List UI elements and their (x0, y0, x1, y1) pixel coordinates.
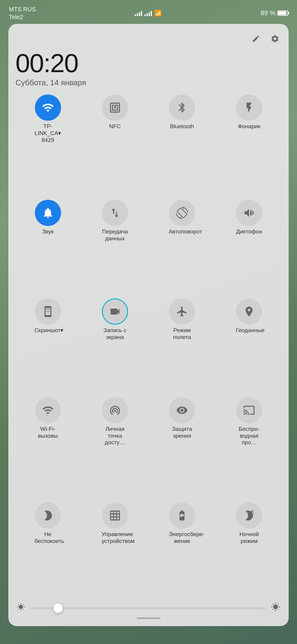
screenrecord-icon (109, 306, 121, 318)
toggle-sound[interactable]: Звук (15, 200, 80, 295)
status-bar: MTS RUS Tele2 📶 89 % (0, 0, 297, 24)
recorder-label: Диктофон (236, 228, 262, 235)
brightness-max-icon (271, 602, 280, 614)
wificalls-icon: 2 (42, 404, 54, 416)
nightmode-toggle-circle[interactable] (236, 502, 262, 529)
geodata-toggle-circle[interactable] (236, 298, 262, 325)
battery-container: 89 % (261, 9, 288, 17)
wificalls-toggle-circle[interactable]: 2 (35, 397, 61, 423)
toggle-nightmode[interactable]: Ночнойрежим (217, 502, 282, 597)
recorder-icon (243, 207, 255, 219)
carrier-info: MTS RUS Tele2 (9, 5, 36, 21)
batterysaver-label: Энергосбере-жение (169, 531, 195, 545)
svg-rect-0 (251, 210, 251, 216)
edit-button[interactable] (249, 32, 262, 45)
recorder-toggle-circle[interactable] (236, 200, 262, 226)
bluetooth-label: Bluetooth (170, 123, 194, 130)
brightness-thumb[interactable] (53, 603, 63, 613)
svg-point-5 (253, 513, 254, 513)
nfc-toggle-circle[interactable] (102, 95, 128, 121)
batterysaver-icon (176, 510, 188, 521)
brightness-slider[interactable] (30, 607, 266, 609)
nightmode-label: Ночнойрежим (240, 531, 259, 545)
nfc-icon (109, 102, 121, 114)
wifi-icon: 📶 (154, 10, 162, 17)
devicemanage-label: Управлениеустройством (102, 531, 128, 545)
toggle-screenshot[interactable]: Скриншот▾ (15, 298, 80, 394)
screenrecord-toggle-circle[interactable] (102, 298, 128, 325)
bluetooth-toggle-circle[interactable] (169, 95, 195, 121)
battery-fill (278, 11, 286, 15)
signal-icons: 📶 (135, 10, 162, 17)
toggle-airplane[interactable]: Режимполета (150, 298, 214, 394)
sun-small-icon (17, 603, 25, 611)
dnd-toggle-circle[interactable] (35, 502, 61, 529)
settings-button[interactable] (268, 32, 282, 45)
flashlight-toggle-circle[interactable] (236, 95, 262, 121)
wireless-label: Беспро-водная про… (236, 426, 262, 446)
toggle-wireless[interactable]: Беспро-водная про… (217, 397, 282, 499)
autorotate-label: Автоповорот (169, 228, 195, 235)
toggle-flashlight[interactable]: Фонарик (217, 95, 282, 196)
clock-time: 00:20 (15, 50, 282, 76)
battery-icon (277, 10, 288, 16)
airplane-label: Режимполета (173, 327, 191, 341)
datatransfer-toggle-circle[interactable] (102, 200, 128, 226)
toggle-wifi[interactable]: TP-LINK_CA▾8429 (15, 95, 80, 196)
autorotate-toggle-circle[interactable] (169, 200, 195, 226)
flashlight-label: Фонарик (238, 123, 261, 130)
screenshot-label: Скриншот▾ (35, 327, 61, 334)
svg-rect-2 (253, 211, 254, 214)
sound-toggle-circle[interactable] (35, 200, 61, 226)
clock-section: 00:20 Суббота, 14 января (15, 50, 282, 87)
settings-icon (270, 34, 279, 43)
wifi-toggle-circle[interactable] (35, 95, 61, 121)
moon-icon (42, 510, 54, 521)
screenshot-icon (42, 306, 54, 318)
devicemanage-toggle-circle[interactable] (102, 502, 128, 529)
batterysaver-toggle-circle[interactable] (169, 502, 195, 529)
bell-icon (42, 207, 54, 219)
svg-point-6 (253, 510, 254, 511)
airplane-icon (176, 306, 188, 318)
signal-bar-1 (135, 10, 142, 16)
airplane-toggle-circle[interactable] (169, 298, 195, 325)
control-panel: 00:20 Суббота, 14 января TP-LINK_CA▾8429… (8, 24, 289, 626)
brightness-min-icon (17, 603, 25, 613)
svg-point-4 (251, 511, 253, 512)
autorotate-icon (176, 207, 188, 219)
toggle-nfc[interactable]: NFC (83, 95, 147, 196)
toggle-autorotate[interactable]: Автоповорот (150, 200, 214, 295)
battery-percent: 89 % (261, 9, 276, 17)
carrier1: MTS RUS (9, 5, 36, 13)
svg-rect-1 (252, 211, 253, 215)
toggle-wificalls[interactable]: 2 Wi-Fi-вызовы (15, 397, 80, 499)
toggle-devicemanage[interactable]: Управлениеустройством (83, 502, 147, 597)
wificalls-label: Wi-Fi-вызовы (35, 426, 61, 439)
wireless-toggle-circle[interactable] (236, 397, 262, 423)
toggle-donotdisturb[interactable]: Небеспокоить (15, 502, 80, 597)
toggle-batterysaver[interactable]: Энергосбере-жение (150, 502, 214, 597)
sun-large-icon (271, 602, 280, 612)
toggle-eyeprotect[interactable]: Защитазрения (150, 397, 214, 499)
nfc-label: NFC (109, 123, 121, 130)
devicemanage-icon (109, 510, 121, 521)
eye-icon (176, 404, 188, 416)
screenshot-toggle-circle[interactable] (35, 298, 61, 325)
toggle-hotspot[interactable]: Личнаяточка досту… (83, 397, 147, 499)
toggle-grid: TP-LINK_CA▾8429 NFC Bluetooth (15, 95, 282, 597)
location-icon (243, 306, 255, 318)
dnd-label: Небеспокоить (35, 531, 61, 545)
bluetooth-icon (176, 102, 188, 114)
toggle-recorder[interactable]: Диктофон (217, 200, 282, 295)
flashlight-icon (243, 102, 255, 114)
hotspot-toggle-circle[interactable] (102, 397, 128, 423)
toggle-screenrecord[interactable]: Запись сэкрана (83, 298, 147, 394)
nightmode-icon (243, 510, 255, 521)
wifi-label: TP-LINK_CA▾8429 (35, 123, 61, 143)
home-bar[interactable] (137, 617, 161, 619)
toggle-bluetooth[interactable]: Bluetooth (150, 95, 214, 196)
eyeprotect-toggle-circle[interactable] (169, 397, 195, 423)
toggle-geodata[interactable]: Геоданные (217, 298, 282, 394)
toggle-datatransfer[interactable]: Передачаданных (83, 200, 147, 295)
